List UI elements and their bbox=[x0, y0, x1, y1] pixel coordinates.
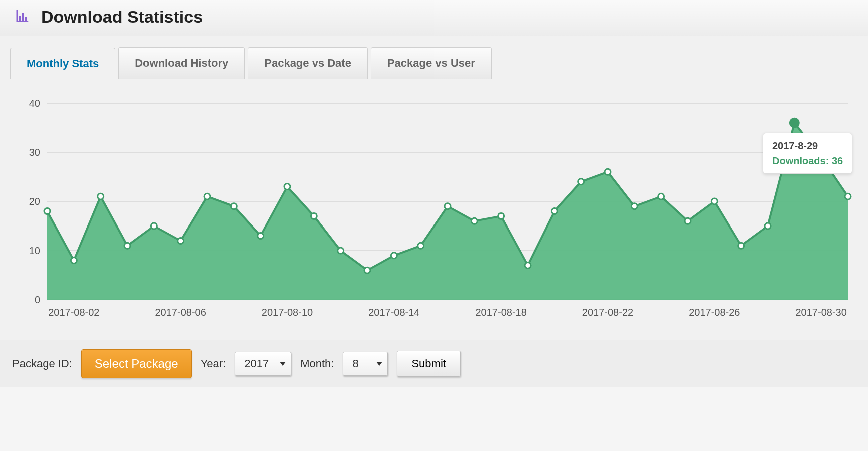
tab-package-vs-date[interactable]: Package vs Date bbox=[248, 47, 368, 79]
svg-text:40: 40 bbox=[29, 98, 40, 109]
bar-chart-icon bbox=[14, 8, 31, 26]
chevron-down-icon bbox=[280, 362, 286, 366]
svg-text:2017-08-26: 2017-08-26 bbox=[689, 307, 740, 318]
svg-point-37 bbox=[685, 218, 691, 224]
tooltip-value: Downloads: 36 bbox=[772, 153, 843, 168]
svg-point-19 bbox=[204, 193, 210, 199]
select-package-button[interactable]: Select Package bbox=[81, 349, 192, 378]
svg-point-21 bbox=[258, 233, 264, 239]
chevron-down-icon bbox=[376, 362, 382, 366]
svg-text:30: 30 bbox=[29, 147, 40, 158]
chart-tooltip: 2017-8-29 Downloads: 36 bbox=[763, 133, 852, 174]
year-select[interactable]: 2017 bbox=[235, 352, 291, 376]
svg-point-39 bbox=[738, 243, 744, 249]
tabs-bar: Monthly Stats Download History Package v… bbox=[0, 36, 868, 79]
tab-package-vs-user[interactable]: Package vs User bbox=[371, 47, 492, 79]
svg-rect-2 bbox=[25, 17, 27, 21]
filter-controls: Package ID: Select Package Year: 2017 Mo… bbox=[0, 340, 868, 387]
svg-point-20 bbox=[231, 203, 237, 209]
svg-point-31 bbox=[525, 262, 531, 268]
svg-text:10: 10 bbox=[29, 245, 40, 256]
svg-text:20: 20 bbox=[29, 196, 40, 207]
svg-rect-1 bbox=[22, 13, 24, 21]
submit-button[interactable]: Submit bbox=[397, 351, 460, 377]
svg-point-41 bbox=[790, 118, 799, 127]
tab-download-history[interactable]: Download History bbox=[118, 47, 245, 79]
svg-text:2017-08-06: 2017-08-06 bbox=[155, 307, 206, 318]
svg-point-35 bbox=[631, 203, 637, 209]
svg-point-32 bbox=[551, 208, 557, 214]
svg-point-22 bbox=[284, 184, 290, 190]
month-select[interactable]: 8 bbox=[343, 352, 388, 376]
svg-point-17 bbox=[151, 223, 157, 229]
svg-point-24 bbox=[338, 248, 344, 254]
svg-text:2017-08-30: 2017-08-30 bbox=[796, 307, 847, 318]
page-header: Download Statistics bbox=[0, 0, 868, 36]
year-select-value: 2017 bbox=[244, 357, 269, 370]
svg-point-25 bbox=[364, 267, 370, 273]
svg-point-15 bbox=[98, 193, 104, 199]
svg-point-36 bbox=[658, 193, 664, 199]
svg-point-27 bbox=[418, 243, 424, 249]
svg-rect-0 bbox=[19, 16, 21, 21]
svg-point-14 bbox=[71, 258, 77, 264]
svg-text:2017-08-02: 2017-08-02 bbox=[48, 307, 99, 318]
chart-panel: 0102030402017-08-022017-08-062017-08-102… bbox=[0, 79, 868, 340]
svg-point-40 bbox=[765, 223, 771, 229]
svg-point-28 bbox=[445, 203, 451, 209]
month-label: Month: bbox=[300, 357, 334, 370]
tab-monthly-stats[interactable]: Monthly Stats bbox=[10, 48, 115, 79]
svg-point-13 bbox=[44, 208, 50, 214]
svg-point-33 bbox=[578, 179, 584, 185]
svg-point-18 bbox=[178, 238, 184, 244]
svg-text:2017-08-22: 2017-08-22 bbox=[582, 307, 633, 318]
year-label: Year: bbox=[201, 357, 226, 370]
svg-point-43 bbox=[845, 193, 851, 199]
svg-point-34 bbox=[605, 169, 611, 175]
svg-text:2017-08-18: 2017-08-18 bbox=[476, 307, 527, 318]
page-title: Download Statistics bbox=[41, 7, 203, 27]
svg-point-26 bbox=[391, 253, 397, 259]
month-select-value: 8 bbox=[352, 357, 358, 370]
tooltip-date: 2017-8-29 bbox=[772, 138, 843, 153]
svg-point-38 bbox=[711, 198, 717, 204]
svg-point-29 bbox=[471, 218, 477, 224]
svg-text:0: 0 bbox=[35, 294, 40, 305]
svg-text:2017-08-14: 2017-08-14 bbox=[368, 307, 419, 318]
downloads-area-chart[interactable]: 0102030402017-08-022017-08-062017-08-102… bbox=[10, 94, 858, 325]
svg-point-23 bbox=[311, 213, 317, 219]
svg-text:2017-08-10: 2017-08-10 bbox=[262, 307, 313, 318]
package-id-label: Package ID: bbox=[12, 357, 72, 370]
svg-point-30 bbox=[498, 213, 504, 219]
svg-point-16 bbox=[124, 243, 130, 249]
